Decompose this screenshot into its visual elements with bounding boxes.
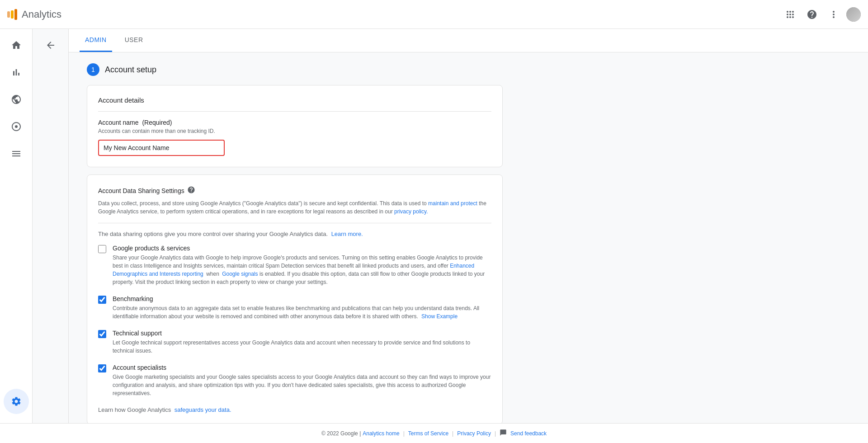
checkbox-desc-google-products: Share your Google Analytics data with Go… [113, 254, 485, 285]
checkbox-label-google-products: Google products & services [113, 245, 491, 252]
tab-user[interactable]: USER [119, 29, 149, 52]
footer: © 2022 Google | Analytics home | Terms o… [0, 423, 868, 443]
tabs: ADMIN USER [69, 29, 868, 52]
safeguard-text: Learn how Google Analytics safeguards yo… [98, 406, 491, 413]
sharing-help-icon[interactable] [187, 186, 195, 196]
checkbox-content-benchmarking: Benchmarking Contribute anonymous data t… [113, 295, 491, 320]
account-name-input[interactable] [98, 140, 225, 156]
avatar[interactable] [846, 7, 861, 22]
back-button[interactable] [42, 36, 60, 54]
checkbox-label-benchmarking: Benchmarking [113, 295, 491, 302]
scroll-area[interactable]: 1 Account setup Account details Account … [69, 52, 868, 423]
apps-icon[interactable] [781, 5, 799, 24]
checkbox-wrapper-google-products [98, 245, 107, 254]
checkbox-benchmarking: Benchmarking Contribute anonymous data t… [98, 295, 491, 320]
account-details-card: Account details Account name (Required) … [87, 85, 503, 167]
checkbox-desc-benchmarking: Contribute anonymous data to an aggregat… [113, 305, 479, 320]
send-feedback-link[interactable]: Send feedback [510, 430, 547, 437]
step-number: 1 [87, 63, 99, 76]
privacy-policy-footer-link[interactable]: Privacy Policy [457, 430, 491, 437]
step-header: 1 Account setup [87, 63, 850, 76]
learn-more-text: The data sharing options give you more c… [98, 231, 491, 237]
main-content: ADMIN USER 1 Account setup Account detai… [69, 29, 868, 423]
safeguards-link[interactable]: safeguards your data. [175, 406, 231, 413]
checkbox-input-technical-support[interactable] [98, 330, 106, 338]
sharing-header: Account Data Sharing Settings [98, 186, 491, 196]
checkbox-content-account-specialists: Account specialists Give Google marketin… [113, 364, 491, 397]
checkbox-content-technical-support: Technical support Let Google technical s… [113, 330, 491, 355]
privacy-policy-link[interactable]: privacy policy. [394, 208, 428, 215]
sidebar-item-advertising[interactable] [4, 114, 29, 139]
learn-more-link[interactable]: Learn more. [331, 231, 363, 237]
sidebar-item-configure[interactable] [4, 141, 29, 166]
sidebar-item-home[interactable] [4, 33, 29, 58]
sidebar [0, 29, 33, 423]
terms-of-service-link[interactable]: Terms of Service [408, 430, 448, 437]
sharing-desc: Data you collect, process, and store usi… [98, 199, 491, 216]
footer-sep2: | [452, 430, 453, 437]
svg-point-0 [15, 125, 18, 128]
analytics-home-link[interactable]: Analytics home [363, 430, 399, 437]
sidebar-bottom [4, 389, 29, 416]
footer-sep1: | [403, 430, 405, 437]
app-title: Analytics [22, 9, 781, 20]
more-vert-icon[interactable] [825, 5, 843, 24]
data-sharing-card: Account Data Sharing Settings Data you c… [87, 174, 503, 423]
sub-sidebar [33, 29, 69, 423]
checkbox-desc-account-specialists: Give Google marketing specialists and yo… [113, 374, 491, 396]
checkbox-input-benchmarking[interactable] [98, 296, 106, 304]
sharing-title: Account Data Sharing Settings [98, 187, 184, 194]
checkbox-label-account-specialists: Account specialists [113, 364, 491, 371]
maintain-protect-link[interactable]: maintain and protect [428, 200, 477, 207]
checkbox-content-google-products: Google products & services Share your Go… [113, 245, 491, 286]
footer-sep3: | [495, 430, 496, 437]
sidebar-item-explore[interactable] [4, 87, 29, 112]
checkbox-wrapper-account-specialists [98, 364, 107, 373]
feedback-icon [500, 429, 507, 438]
account-name-hint: Accounts can contain more than one track… [98, 128, 491, 134]
account-name-required: (Required) [142, 119, 172, 126]
checkbox-account-specialists: Account specialists Give Google marketin… [98, 364, 491, 397]
sidebar-item-reports[interactable] [4, 60, 29, 85]
account-details-title: Account details [98, 96, 491, 104]
account-name-label: Account name (Required) [98, 119, 491, 126]
footer-copyright: © 2022 Google | [321, 430, 361, 437]
tab-admin[interactable]: ADMIN [80, 29, 112, 52]
checkbox-desc-technical-support: Let Google technical support representat… [113, 339, 470, 354]
show-example-link[interactable]: Show Example [421, 313, 458, 320]
topbar: Analytics [0, 0, 868, 29]
sidebar-item-settings[interactable] [4, 389, 29, 414]
step-title: Account setup [105, 65, 156, 75]
checkbox-wrapper-benchmarking [98, 296, 107, 305]
checkbox-technical-support: Technical support Let Google technical s… [98, 330, 491, 355]
checkbox-google-products: Google products & services Share your Go… [98, 245, 491, 286]
topbar-actions [781, 5, 861, 24]
checkbox-input-account-specialists[interactable] [98, 364, 106, 372]
checkbox-input-google-products[interactable] [98, 245, 106, 253]
google-signals-link[interactable]: Google signals [222, 271, 258, 277]
analytics-logo [7, 9, 17, 20]
checkbox-label-technical-support: Technical support [113, 330, 491, 337]
layout: ADMIN USER 1 Account setup Account detai… [0, 29, 868, 423]
help-icon[interactable] [803, 5, 821, 24]
checkbox-wrapper-technical-support [98, 330, 107, 339]
